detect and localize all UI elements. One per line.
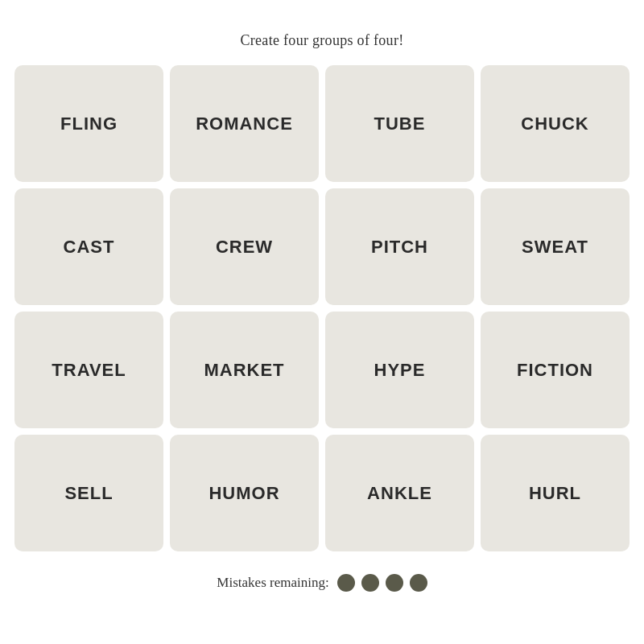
tile-grid: FLINGROMANCETUBECHUCKCASTCREWPITCHSWEATT…: [2, 65, 642, 551]
mistake-dot-4: [410, 574, 427, 592]
tile-market[interactable]: MARKET: [170, 312, 319, 428]
tile-label-pitch: PITCH: [371, 237, 428, 258]
tile-label-cast: CAST: [64, 237, 115, 258]
tile-label-humor: HUMOR: [208, 483, 279, 504]
page-subtitle: Create four groups of four!: [240, 32, 403, 49]
tile-label-sell: SELL: [64, 483, 113, 504]
tile-label-romance: ROMANCE: [196, 114, 293, 134]
tile-label-fling: FLING: [60, 114, 118, 134]
mistake-dot-2: [361, 574, 379, 592]
tile-chuck[interactable]: CHUCK: [481, 65, 630, 182]
tile-cast[interactable]: CAST: [14, 188, 163, 305]
tile-fiction[interactable]: FICTION: [481, 312, 630, 428]
mistakes-dots: [337, 574, 427, 592]
mistake-dot-1: [337, 574, 355, 592]
tile-label-sweat: SWEAT: [522, 237, 588, 258]
tile-label-hype: HYPE: [374, 360, 426, 381]
tile-label-market: MARKET: [204, 360, 284, 381]
tile-travel[interactable]: TRAVEL: [14, 312, 163, 428]
tile-romance[interactable]: ROMANCE: [170, 65, 319, 182]
tile-hurl[interactable]: HURL: [481, 435, 630, 551]
tile-label-travel: TRAVEL: [52, 360, 126, 381]
tile-pitch[interactable]: PITCH: [325, 188, 474, 305]
tile-label-crew: CREW: [216, 237, 273, 258]
tile-sweat[interactable]: SWEAT: [481, 188, 630, 305]
tile-crew[interactable]: CREW: [170, 188, 319, 305]
tile-label-fiction: FICTION: [517, 360, 593, 381]
tile-fling[interactable]: FLING: [14, 65, 163, 182]
tile-humor[interactable]: HUMOR: [170, 435, 319, 551]
footer: Mistakes remaining:: [217, 574, 427, 592]
mistakes-label: Mistakes remaining:: [217, 575, 328, 591]
tile-label-hurl: HURL: [529, 483, 581, 504]
tile-tube[interactable]: TUBE: [325, 65, 474, 182]
tile-label-chuck: CHUCK: [521, 114, 588, 134]
tile-label-tube: TUBE: [374, 114, 426, 134]
mistake-dot-3: [386, 574, 403, 592]
tile-hype[interactable]: HYPE: [325, 312, 474, 428]
tile-ankle[interactable]: ANKLE: [325, 435, 474, 551]
tile-label-ankle: ANKLE: [367, 483, 432, 504]
tile-sell[interactable]: SELL: [14, 435, 163, 551]
